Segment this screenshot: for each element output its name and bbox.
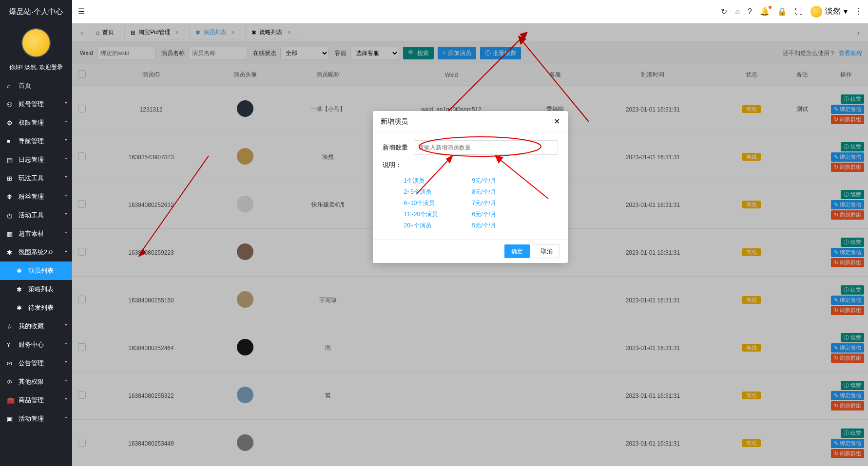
nav-icon: ▤: [7, 156, 15, 164]
topbar-icon[interactable]: ?: [748, 7, 752, 16]
price-value: 8元/个/月: [472, 188, 496, 196]
nav-icon: ▣: [7, 415, 15, 423]
topbar-icon[interactable]: ⌂: [735, 7, 740, 16]
modal-overlay: 新增演员 ✕ 新增数量 说明： 1个演员9元/个/月2~5个演员8元/个/月6~…: [72, 23, 868, 466]
nav-label: 权限管理: [19, 118, 44, 127]
nav-label: 财务中心: [19, 340, 44, 349]
sidebar-item[interactable]: ♔其他权限˅: [0, 373, 72, 391]
sidebar-item[interactable]: ✉公告管理˅: [0, 354, 72, 373]
price-value: 6元/个/月: [472, 210, 496, 219]
user-block: 你好! 淡然, 欢迎登录: [0, 23, 72, 76]
sidebar-item[interactable]: ▣活动管理˅: [0, 410, 72, 428]
price-row: 6~10个演员7元/个/月: [404, 198, 558, 209]
nav-label: 策略列表: [28, 285, 54, 294]
chevron-icon: ˅: [65, 120, 67, 126]
nav-label: 氛围系统2.0: [19, 248, 53, 257]
sidebar-item[interactable]: ☆我的收藏˅: [0, 317, 72, 336]
add-actor-modal: 新增演员 ✕ 新增数量 说明： 1个演员9元/个/月2~5个演员8元/个/月6~…: [373, 111, 568, 263]
chevron-icon: ˅: [65, 379, 67, 385]
price-range: 11~20个演员: [404, 210, 472, 219]
chevron-icon: ˅: [65, 139, 67, 144]
chevron-icon: ˅: [65, 157, 67, 163]
nav-label: 活动管理: [19, 414, 44, 423]
close-icon[interactable]: ✕: [554, 117, 560, 126]
sidebar-item[interactable]: ▦超市素材˅: [0, 224, 72, 243]
topbar-icon[interactable]: 🔒: [777, 7, 787, 16]
price-range: 2~5个演员: [404, 188, 472, 196]
price-row: 1个演员9元/个/月: [404, 175, 558, 186]
chevron-icon: ˅: [65, 342, 67, 348]
sidebar-item[interactable]: ≡导航管理˅: [0, 132, 72, 150]
price-list: 1个演员9元/个/月2~5个演员8元/个/月6~10个演员7元/个/月11~20…: [383, 175, 558, 231]
nav-icon: ♔: [7, 378, 15, 386]
nav-icon: ≡: [7, 138, 15, 145]
sidebar-item[interactable]: ✱氛围系统2.0˄: [0, 243, 72, 261]
nav-icon: ⚇: [7, 101, 15, 108]
sidebar: 爆品站·个人中心 你好! 淡然, 欢迎登录 ⌂首页⚇账号管理˅⚙权限管理˅≡导航…: [0, 0, 72, 466]
qty-label: 新增数量: [383, 143, 408, 152]
nav-label: 账号管理: [19, 100, 44, 109]
user-avatar: [21, 28, 51, 57]
qty-input[interactable]: [414, 140, 558, 155]
price-range: 1个演员: [404, 177, 472, 185]
nav-label: 首页: [19, 81, 31, 90]
chevron-icon: ˅: [65, 361, 67, 366]
collapse-icon[interactable]: ☰: [78, 7, 85, 16]
main-area: ☰ ↻⌂?🔔🔒⛶淡然▾⋮ ‹ ⌂首页⊞淘宝Pid管理×✱演员列表×✱策略列表× …: [72, 0, 868, 466]
sidebar-item[interactable]: ¥财务中心˅: [0, 336, 72, 354]
sidebar-subitem[interactable]: ✱策略列表: [0, 280, 72, 298]
nav-label: 我的收藏: [19, 322, 44, 331]
sidebar-item[interactable]: ⚙权限管理˅: [0, 113, 72, 132]
chevron-icon: ˅: [65, 398, 67, 403]
topbar-icon[interactable]: ⛶: [795, 7, 803, 16]
topbar: ☰ ↻⌂?🔔🔒⛶淡然▾⋮: [72, 0, 868, 23]
user-menu[interactable]: 淡然▾⋮: [810, 6, 862, 18]
user-avatar-small: [810, 6, 822, 18]
price-value: 7元/个/月: [472, 199, 496, 207]
sidebar-item[interactable]: ▤日志管理˅: [0, 150, 72, 169]
price-row: 11~20个演员6元/个/月: [404, 209, 558, 220]
sidebar-subitem[interactable]: ✱待发列表: [0, 298, 72, 317]
sidebar-item[interactable]: ⊞玩法工具˅: [0, 169, 72, 187]
confirm-button[interactable]: 确定: [504, 244, 530, 258]
nav-label: 导航管理: [19, 137, 44, 146]
cancel-button[interactable]: 取消: [534, 244, 560, 258]
chevron-icon: ˅: [65, 416, 67, 422]
chevron-icon: ˅: [65, 194, 67, 200]
desc-label: 说明：: [383, 161, 402, 169]
nav-icon: ⚙: [7, 119, 15, 127]
sidebar-item[interactable]: 🧰商品管理˅: [0, 391, 72, 410]
greeting-text: 你好! 淡然, 欢迎登录: [0, 63, 72, 72]
chevron-icon: ˅: [65, 324, 67, 329]
more-icon[interactable]: ⋮: [854, 7, 862, 16]
sidebar-item[interactable]: ⚇账号管理˅: [0, 95, 72, 113]
nav-icon: ¥: [7, 341, 15, 349]
chevron-icon: ˅: [65, 176, 67, 181]
nav-icon: ✉: [7, 360, 15, 367]
sidebar-subitem[interactable]: ✱演员列表: [0, 261, 72, 280]
topbar-icon[interactable]: 🔔: [760, 7, 770, 16]
nav-icon: ❋: [7, 193, 15, 201]
price-row: 20+个演员5元/个/月: [404, 220, 558, 231]
caret-icon: ▾: [844, 7, 848, 16]
nav-label: 演员列表: [28, 266, 54, 275]
chevron-icon: ˄: [65, 250, 67, 255]
price-row: 2~5个演员8元/个/月: [404, 186, 558, 198]
brand-logo: 爆品站·个人中心: [0, 0, 72, 23]
sidebar-item[interactable]: ⌂首页: [0, 76, 72, 95]
nav-label: 日志管理: [19, 155, 44, 164]
chevron-icon: ˅: [65, 213, 67, 218]
nav-label: 粉丝管理: [19, 192, 44, 201]
chevron-icon: ˅: [65, 102, 67, 107]
price-value: 5元/个/月: [472, 222, 496, 230]
price-range: 6~10个演员: [404, 199, 472, 207]
nav-label: 待发列表: [28, 303, 54, 312]
notification-dot: [769, 6, 772, 9]
sidebar-item[interactable]: ◷活动工具˅: [0, 206, 72, 224]
nav-label: 活动工具: [19, 211, 44, 220]
topbar-icon[interactable]: ↻: [721, 7, 727, 16]
sidebar-item[interactable]: ❋粉丝管理˅: [0, 187, 72, 206]
nav-label: 其他权限: [19, 377, 44, 386]
price-value: 9元/个/月: [472, 177, 496, 185]
nav-icon: ✱: [17, 304, 24, 312]
